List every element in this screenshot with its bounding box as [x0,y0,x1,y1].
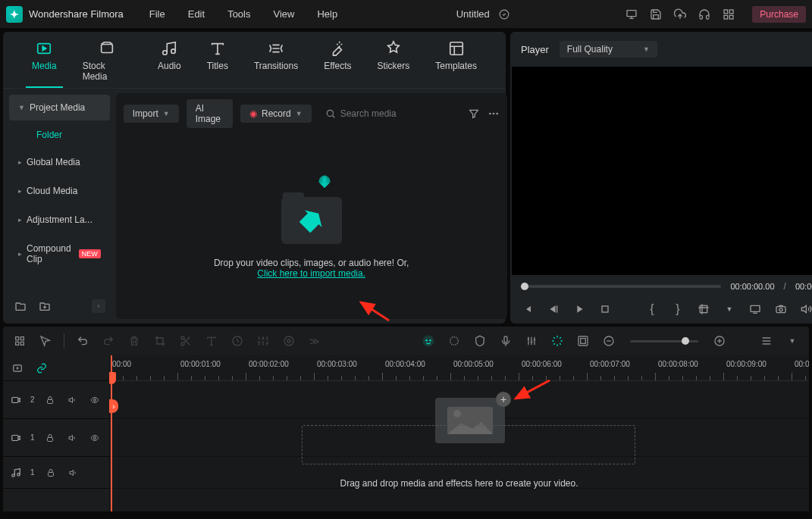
scrub-track[interactable] [521,285,721,288]
zoom-slider[interactable] [630,340,698,342]
speed-icon[interactable] [230,333,245,349]
new-folder-icon[interactable] [14,299,27,313]
mute-icon[interactable] [66,431,79,445]
tab-stock-media[interactable]: Stock Media [77,36,138,88]
timeline-toolbar: ≫ ▼ [3,327,809,355]
lock-icon[interactable] [44,393,57,407]
add-media-plus-icon[interactable]: + [496,392,511,407]
visibility-icon[interactable] [89,431,102,445]
tab-templates[interactable]: Templates [429,36,483,88]
timeline-ruler[interactable]: 00:0000:00:01:0000:00:02:0000:00:03:0000… [109,355,809,381]
mute-icon[interactable] [67,466,80,480]
collapse-nav-icon[interactable] [92,299,105,313]
support-icon[interactable] [698,8,711,21]
mark-in-icon[interactable]: { [645,302,659,316]
play-icon[interactable] [572,302,586,316]
player-viewport[interactable] [512,67,812,275]
cloud-upload-icon[interactable] [673,8,687,21]
color-icon[interactable] [281,333,296,349]
zoom-handle[interactable] [682,337,689,345]
menu-view[interactable]: View [268,5,299,23]
tab-effects[interactable]: Effects [318,36,357,88]
svg-point-11 [327,110,333,116]
display-icon[interactable] [625,8,638,21]
add-track-icon[interactable] [11,361,24,375]
nav-project-media[interactable]: ▼Project Media [9,95,110,120]
search-input[interactable] [340,108,454,119]
ruler-label: 00:00:04:00 [385,360,425,368]
render-icon[interactable] [550,333,565,349]
side-nav: ▼Project Media Folder ▸Global Media ▸Clo… [3,89,116,324]
lock-icon[interactable] [44,431,57,445]
timeline-left-head [3,355,109,381]
filter-icon[interactable] [468,107,480,120]
volume-icon[interactable] [800,302,812,316]
marker-dotted-icon[interactable] [447,333,462,349]
pointer-tool-icon[interactable] [38,333,53,349]
link-icon[interactable] [35,361,49,375]
stop-icon[interactable] [598,302,612,316]
step-back-icon[interactable] [547,302,560,316]
crop-tl-icon[interactable] [152,333,168,349]
track-head-v1: 1 [3,419,109,457]
text-tl-icon[interactable] [204,333,219,349]
tab-stickers[interactable]: Stickers [372,36,416,88]
zoom-out-icon[interactable] [601,333,616,349]
redo-icon[interactable] [101,333,116,349]
more-icon[interactable] [488,107,500,120]
tab-titles[interactable]: Titles [201,36,234,88]
save-icon[interactable] [649,8,663,21]
ai-image-button[interactable]: AI Image [187,99,233,128]
mark-out-icon[interactable]: } [671,302,685,316]
ai-icon[interactable] [421,333,436,349]
tv-icon[interactable] [748,302,762,316]
zoom-in-icon[interactable] [712,333,727,349]
track-view-dropdown-icon[interactable]: ▼ [785,333,800,349]
import-link[interactable]: Click here to import media. [257,268,365,279]
timeline-drop-zone[interactable] [302,425,635,464]
crop-icon[interactable] [697,302,710,316]
track-view-icon[interactable] [759,333,774,349]
split-icon[interactable] [178,333,193,349]
nav-adjustment-layer[interactable]: ▸Adjustment La... [9,207,110,233]
visibility-icon[interactable] [89,393,102,407]
shield-icon[interactable] [472,333,488,349]
camera-icon[interactable] [774,302,788,316]
mixer-icon[interactable] [524,333,539,349]
scrub-thumb[interactable] [521,283,528,290]
import-button[interactable]: Import▼ [124,105,179,123]
crop-dropdown-icon[interactable]: ▼ [723,302,736,316]
apps-icon[interactable] [722,8,735,21]
layout-icon[interactable] [575,333,591,349]
adjust-icon[interactable] [256,333,271,349]
prev-frame-icon[interactable] [521,302,535,316]
menu-edit[interactable]: Edit [183,5,209,23]
purchase-button[interactable]: Purchase [752,6,806,23]
new-bin-icon[interactable] [38,299,52,313]
audio-track-icon [11,467,21,478]
quality-select[interactable]: Full Quality▼ [560,41,657,58]
expand-icon[interactable]: ≫ [307,333,322,349]
record-button[interactable]: ◉Record▼ [240,105,312,123]
drop-area[interactable]: Drop your video clips, images, or audio … [116,134,507,319]
timeline-canvas[interactable]: 00:0000:00:01:0000:00:02:0000:00:03:0000… [109,355,809,511]
lock-icon[interactable] [44,466,58,480]
playhead[interactable]: › [111,355,112,511]
nav-cloud-media[interactable]: ▸Cloud Media [9,178,110,204]
mute-icon[interactable] [66,393,79,407]
left-panel: Media Stock Media Audio Titles Transitio… [3,32,506,324]
sync-status-icon[interactable] [497,8,511,21]
select-tool-icon[interactable] [12,333,27,349]
menu-help[interactable]: Help [312,5,342,23]
nav-compound-clip[interactable]: ▸Compound ClipNEW [9,236,110,272]
tab-media[interactable]: Media [26,36,63,88]
menu-tools[interactable]: Tools [223,5,255,23]
tab-transitions[interactable]: Transitions [248,36,304,88]
menu-file[interactable]: File [145,5,170,23]
mic-icon[interactable] [498,333,513,349]
undo-icon[interactable] [75,333,90,349]
delete-icon[interactable] [127,333,142,349]
nav-folder[interactable]: Folder [6,122,113,148]
tab-audio[interactable]: Audio [152,36,187,88]
nav-global-media[interactable]: ▸Global Media [9,149,110,175]
